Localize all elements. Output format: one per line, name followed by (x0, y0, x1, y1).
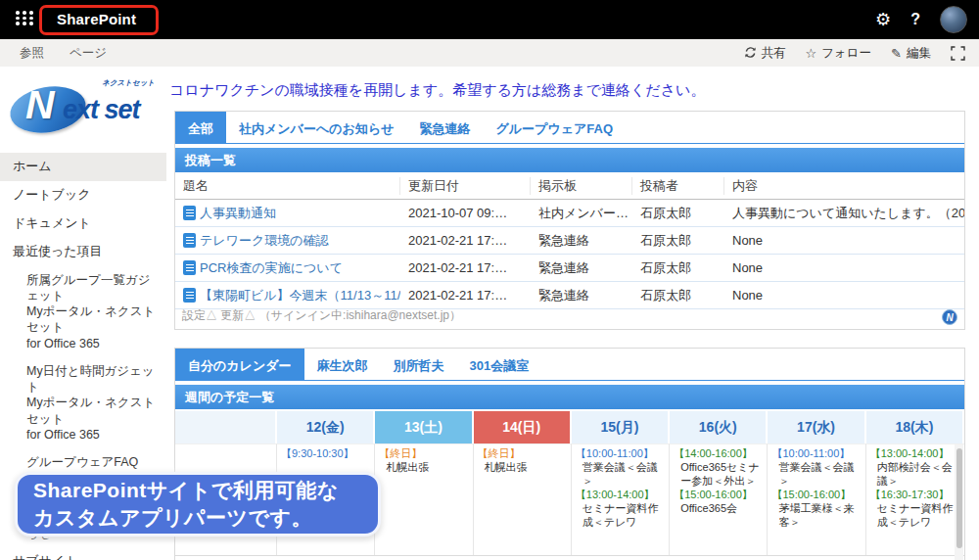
event-title: 札幌出張 (478, 461, 568, 475)
posts-list-header: 投稿一覧 (175, 148, 964, 172)
follow-button[interactable]: ☆ フォロー (806, 45, 872, 62)
logo-n-letter: N (25, 82, 55, 128)
event-time: 【終日】 (379, 447, 469, 461)
post-doc-icon (183, 288, 196, 303)
posts-tab-groupware-faq[interactable]: グループウェアFAQ (483, 112, 626, 143)
nextset-logo: ネクストセット N ext set (8, 78, 161, 143)
sidebar-item-documents[interactable]: ドキュメント (0, 210, 166, 238)
col-content[interactable]: 内容 (724, 177, 964, 195)
event-title: 札幌出張 (379, 461, 469, 475)
day-header-tue[interactable]: 16(火) (670, 411, 766, 443)
calendar-tab-room301[interactable]: 301会議室 (457, 349, 542, 380)
event-time: 【10:00-11:00】 (576, 447, 666, 461)
help-icon[interactable]: ? (910, 11, 920, 28)
calendar-cell-tue[interactable]: 【14:00-16:00】 Office365セミナー参加＜外出＞ 【15:00… (670, 443, 768, 555)
table-row: PCR検査の実施について 2021-02-21 17:… 緊急連絡 石原太郎 N… (175, 255, 964, 282)
settings-gear-icon[interactable]: ⚙ (875, 11, 891, 28)
event-time: 【終日】 (478, 447, 568, 461)
calendar-cell-sat[interactable]: 【終日】 札幌出張 (375, 443, 473, 555)
post-board: 緊急連絡 (531, 287, 632, 304)
sharepoint-page: SharePoint ⚙ ? 参照 ページ 共有 ☆ フォロー ✎ (0, 0, 979, 560)
calendar-scrollbar[interactable] (955, 444, 963, 560)
day-header-mon[interactable]: 15(月) (572, 411, 668, 443)
posts-tab-member-news[interactable]: 社内メンバーへのお知らせ (226, 112, 406, 143)
calendar-cell-wed[interactable]: 【10:00-11:00】 営業会議＜会議＞ 【15:00-16:00】 茅場工… (768, 443, 865, 555)
post-author: 石原太郎 (632, 205, 724, 222)
post-doc-icon (183, 206, 196, 220)
event-time: 【14:00-16:00】 (674, 447, 764, 461)
post-title-link[interactable]: テレワーク環境の確認 (175, 232, 400, 250)
event-time: 【15:00-16:00】 (771, 489, 862, 502)
caption-banner: SharePointサイトで利用可能な カスタムアプリパーツです。 (15, 472, 381, 537)
calendar-next-row-clipped (175, 555, 964, 560)
calendar-cell-mon[interactable]: 【10:00-11:00】 営業会議＜会議＞ 【13:00-14:00】 セミナ… (572, 443, 670, 555)
calendar-cell-sun[interactable]: 【終日】 札幌出張 (474, 443, 572, 555)
ribbon-tab-browse[interactable]: 参照 (20, 45, 44, 62)
post-board: 社内メンバー… (531, 205, 632, 222)
ribbon-tab-page[interactable]: ページ (70, 45, 107, 62)
post-content: None (724, 260, 964, 275)
posts-signin-status: 設定△ 更新△ （サインイン中:ishihara@nextset.jp） (182, 307, 461, 324)
post-title-link[interactable]: 人事異動通知 (175, 205, 400, 222)
post-date: 2021-02-21 17:… (400, 260, 531, 275)
calendar-tab-bessho[interactable]: 別所哲夫 (381, 349, 457, 380)
fullscreen-icon[interactable] (951, 46, 965, 61)
col-board[interactable]: 掲示板 (531, 177, 632, 195)
calendar-tab-my[interactable]: 自分のカレンダー (175, 349, 304, 380)
posts-table: 題名 更新日付 掲示板 投稿者 内容 人事異動通知 2021-10-07 09:… (175, 172, 964, 309)
col-title[interactable]: 題名 (175, 177, 400, 195)
edit-label: 編集 (907, 45, 931, 62)
event-time: 【10:00-11:00】 (771, 447, 862, 461)
ribbon-bar: 参照 ページ 共有 ☆ フォロー ✎ 編集 (0, 39, 979, 67)
annotation-highlight-box (39, 5, 159, 35)
post-title-link[interactable]: 【東陽町ビル】今週末（11/13～11/… (175, 287, 400, 304)
caption-line-2: カスタムアプリパーツです。 (33, 504, 362, 532)
edit-button[interactable]: ✎ 編集 (891, 45, 931, 62)
sidebar-item-subsite[interactable]: サブサイト (0, 547, 166, 560)
event-time: 【13:00-14:00】 (870, 447, 961, 461)
sidebar-item-home[interactable]: ホーム (0, 153, 166, 181)
day-header-wed[interactable]: 17(水) (768, 411, 863, 443)
user-avatar[interactable] (940, 6, 967, 33)
calendar-tab-aso[interactable]: 麻生次郎 (304, 349, 381, 380)
post-date: 2021-02-21 17:… (400, 233, 531, 248)
event-title: 内部検討会＜会議＞ (870, 461, 961, 489)
post-content: 人事異動について通知いたします。（2015年12月25日）詳細… (724, 205, 964, 222)
post-board: 緊急連絡 (531, 232, 632, 250)
post-doc-icon (183, 260, 196, 275)
table-row: 【東陽町ビル】今週末（11/13～11/… 2021-02-21 17:… 緊急… (175, 282, 964, 309)
sidebar-item-group-gadget[interactable]: 所属グループ一覧ガジェット Myポータル・ネクストセット for Office … (0, 266, 166, 357)
post-content: None (724, 233, 964, 248)
nextset-badge-icon: N (942, 309, 957, 325)
calendar-tabs: 自分のカレンダー 麻生次郎 別所哲夫 301会議室 (175, 349, 964, 381)
post-title-link[interactable]: PCR検査の実施について (175, 259, 400, 277)
weekly-schedule-header: 週間の予定一覧 (175, 385, 964, 409)
sidebar-item-datetime-gadget[interactable]: My日付と時間ガジェット Myポータル・ネクストセット for Office 3… (0, 357, 166, 448)
star-icon: ☆ (806, 47, 817, 60)
app-launcher-icon[interactable] (16, 11, 34, 25)
share-button[interactable]: 共有 (744, 45, 786, 62)
day-header-sat[interactable]: 13(土) (375, 411, 471, 443)
sidebar-item-recent[interactable]: 最近使った項目 (0, 238, 166, 266)
share-label: 共有 (762, 45, 786, 62)
scrollbar-thumb[interactable] (956, 448, 962, 548)
col-author[interactable]: 投稿者 (632, 177, 724, 195)
event-time: 【15:00-16:00】 (674, 489, 764, 502)
sidebar-item-notebook[interactable]: ノートブック (0, 181, 166, 210)
event-title: 営業会議＜会議＞ (771, 461, 862, 489)
posts-tabs: 全部 社内メンバーへのお知らせ 緊急連絡 グループウェアFAQ (175, 112, 964, 144)
day-header-thu[interactable]: 18(木) (866, 411, 962, 443)
logo-kana-text: ネクストセット (102, 78, 155, 88)
pencil-icon: ✎ (891, 47, 902, 60)
day-header-sun[interactable]: 14(日) (474, 411, 570, 443)
posts-tab-emergency[interactable]: 緊急連絡 (406, 112, 483, 143)
post-doc-icon (183, 233, 196, 248)
calendar-day-header-row: 12(金) 13(土) 14(日) 15(月) 16(火) 17(水) 18(木… (175, 411, 964, 443)
calendar-cell-thu[interactable]: 【13:00-14:00】 内部検討会＜会議＞ 【16:30-17:30】 セミ… (866, 443, 964, 555)
event-title: Office365セミナー参加＜外出＞ (674, 461, 764, 489)
post-date: 2021-10-07 09:… (400, 206, 531, 220)
posts-tab-all[interactable]: 全部 (175, 112, 226, 143)
day-header-fri[interactable]: 12(金) (277, 411, 373, 443)
col-date[interactable]: 更新日付 (400, 177, 531, 195)
post-content: None (724, 288, 964, 303)
